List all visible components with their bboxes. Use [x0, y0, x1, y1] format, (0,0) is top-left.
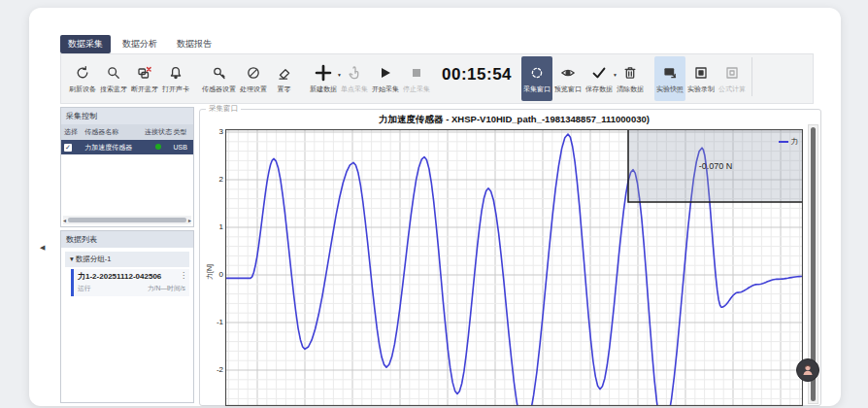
search-icon: [106, 63, 121, 83]
sensor-settings-icon: [212, 63, 227, 83]
tab-data-capture[interactable]: 数据采集: [60, 35, 111, 53]
sidebar-collapse-button[interactable]: ◀: [40, 244, 45, 252]
hand-point-icon: [347, 63, 362, 83]
clear-data-button[interactable]: 清除数据: [615, 56, 646, 101]
trash-icon: [622, 63, 638, 83]
sensor-table: 选择 传感器名称 连接状态 类型 ✓ 力加速度传感器 USB: [61, 124, 193, 154]
hscroll-thumb[interactable]: [68, 218, 186, 222]
chart-plot[interactable]: 力 -0.070 N: [225, 129, 803, 404]
sensor-name: 力加速度传感器: [84, 143, 143, 153]
connection-status-dot: [155, 144, 161, 150]
eye-icon: [560, 63, 576, 83]
data-group-row[interactable]: ▾ 数据分组-1: [65, 252, 189, 267]
item-menu-icon[interactable]: ⋮: [180, 271, 187, 280]
stop-capture-button[interactable]: 停止采集: [401, 56, 432, 101]
legend-line-swatch: [779, 141, 788, 143]
capture-timer: 00:15:54: [442, 65, 512, 85]
formula-calc-button[interactable]: 公式计算: [717, 56, 748, 101]
data-list-title: 数据列表: [61, 231, 193, 248]
experiment-record-button[interactable]: 实验录制: [685, 56, 717, 101]
new-data-button[interactable]: 新建数据 ▼: [308, 56, 339, 101]
set-zero-button[interactable]: 置零: [269, 56, 299, 101]
disconnect-bluetooth-button[interactable]: 断开蓝牙: [129, 56, 160, 101]
tab-data-analysis[interactable]: 数据分析: [115, 35, 165, 53]
sensor-table-header: 选择 传感器名称 连接状态 类型: [61, 124, 193, 140]
process-settings-icon: [246, 63, 261, 83]
tab-data-report[interactable]: 数据报告: [169, 35, 219, 53]
data-item-status: 运行: [78, 284, 91, 293]
dashed-circle-icon: [529, 63, 545, 83]
chart-title: 力加速度传感器 - XHSP-V10HID_path_-1981348857_1…: [225, 114, 803, 126]
capture-control-title: 采集控制: [61, 108, 193, 124]
toolbar: 刷新设备 搜索蓝牙 断开蓝牙 打开声卡 传感器设置 处理设置 置零 新建数据: [60, 53, 814, 104]
stop-icon: [409, 63, 424, 83]
sensor-type: USB: [174, 144, 190, 151]
eraser-icon: [277, 63, 292, 83]
sensor-table-hscrollbar[interactable]: ◂ ▸: [63, 216, 191, 224]
capture-window-button[interactable]: 采集窗口: [521, 56, 552, 101]
main-tabbar: 数据采集 数据分析 数据报告: [60, 35, 219, 53]
app-window: 数据采集 数据分析 数据报告 刷新设备 搜索蓝牙 断开蓝牙 打开声卡 传感器设置…: [29, 8, 841, 406]
toolbar-separator: [751, 57, 752, 96]
y-tick-label: 0: [210, 270, 223, 279]
play-icon: [378, 63, 393, 83]
y-tick-label: -2: [210, 365, 223, 374]
search-bluetooth-button[interactable]: 搜索蓝牙: [98, 56, 129, 101]
sensor-settings-button[interactable]: 传感器设置: [200, 56, 238, 101]
capture-control-panel: 采集控制 选择 传感器名称 连接状态 类型 ✓ 力加速度传感器 USB ◂ ▸: [60, 107, 194, 227]
chart-legend: 力: [779, 137, 799, 147]
capture-window-group-label: 采集窗口: [206, 104, 241, 114]
y-tick-label: 1: [210, 222, 223, 231]
experiment-snapshot-button[interactable]: 实验快照: [654, 56, 685, 101]
scroll-right-arrow-icon[interactable]: ▸: [188, 217, 191, 223]
formula-icon: [724, 63, 740, 83]
preview-window-button[interactable]: 预览窗口: [552, 56, 584, 101]
bell-icon: [168, 63, 184, 83]
bluetooth-disconnect-icon: [137, 63, 152, 83]
open-soundcard-button[interactable]: 打开声卡: [160, 56, 191, 101]
data-item-title: 力1-2-20251112-042506: [78, 271, 185, 282]
record-icon: [693, 63, 709, 83]
chart-annotation: -0.070 N: [667, 161, 764, 171]
start-capture-button[interactable]: 开始采集: [370, 56, 401, 101]
y-tick-label: 2: [210, 175, 223, 184]
plus-icon: [315, 63, 332, 83]
legend-series-label: 力: [791, 137, 799, 147]
refresh-device-button[interactable]: 刷新设备: [67, 56, 98, 101]
refresh-icon: [75, 63, 90, 83]
sensor-checkbox[interactable]: ✓: [64, 144, 72, 152]
y-tick-label: -1: [210, 318, 223, 326]
single-point-capture-button[interactable]: 单点采集: [339, 56, 370, 101]
sensor-row[interactable]: ✓ 力加速度传感器 USB: [61, 140, 193, 154]
snapshot-icon: [662, 63, 678, 83]
data-list-item[interactable]: 力1-2-20251112-042506 运行 力/N—时间/s ⋮: [71, 269, 189, 296]
data-item-axes: 力/N—时间/s: [148, 284, 185, 293]
process-settings-button[interactable]: 处理设置: [238, 56, 269, 101]
y-tick-label: 3: [210, 127, 223, 136]
save-data-button[interactable]: 保存数据 ▼: [584, 56, 615, 101]
person-icon: [800, 362, 816, 378]
check-icon: [591, 63, 607, 83]
user-avatar-button[interactable]: [796, 358, 819, 382]
scroll-left-arrow-icon[interactable]: ◂: [63, 217, 66, 223]
data-list-panel: 数据列表 ▾ 数据分组-1 力1-2-20251112-042506 运行 力/…: [60, 230, 194, 403]
